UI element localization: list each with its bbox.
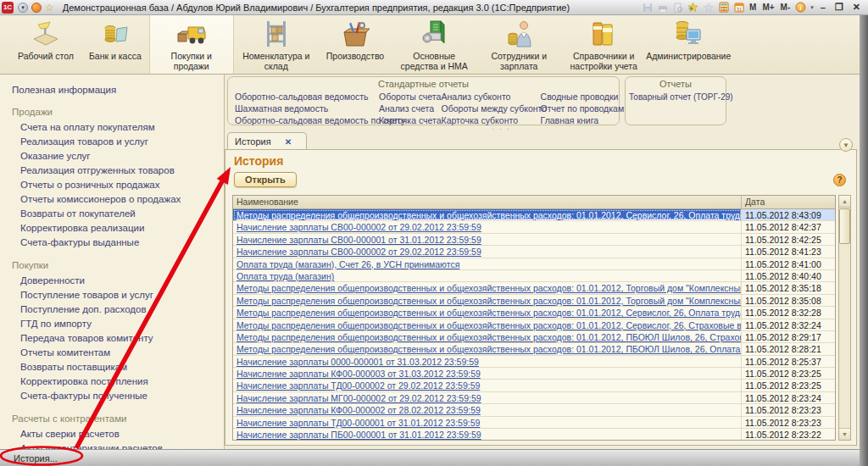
history-item-link[interactable]: Оплата труда (магазин)	[233, 270, 742, 281]
table-row[interactable]: Методы распределения общепроизводственны…	[233, 343, 835, 355]
table-row[interactable]: Начисление зарплаты СВ00-000002 от 29.02…	[233, 246, 835, 258]
history-item-link[interactable]: Оплата труда (магазин), Счет 26, в УСН п…	[233, 258, 742, 269]
statusbar-history-link[interactable]: История...	[14, 453, 58, 463]
print-icon[interactable]	[657, 2, 668, 13]
open-button[interactable]: Открыть	[234, 172, 297, 187]
sidebar-item[interactable]: Передача товаров комитенту	[20, 331, 219, 346]
sidebar-item[interactable]: Возвраты от покупателей	[20, 207, 219, 221]
table-row[interactable]: Методы распределения общепроизводственны…	[233, 209, 835, 221]
tab-close-icon[interactable]: ✕	[285, 137, 292, 147]
service-button[interactable]	[31, 3, 42, 13]
memory-m-button[interactable]: M	[748, 3, 757, 12]
report-link[interactable]: Карточка счета	[379, 114, 442, 126]
history-item-link[interactable]: Начисление зарплаты КФ00-000003 от 31.03…	[233, 368, 742, 379]
sidebar-item[interactable]: Акты инвентаризации расчетов	[20, 441, 219, 449]
sidebar-item[interactable]: Корректировка поступления	[20, 374, 219, 389]
section-tab-5[interactable]: Производство	[319, 15, 392, 74]
table-row[interactable]: Методы распределения общепроизводственны…	[233, 331, 835, 343]
table-row[interactable]: Начисление зарплаты 0000-000001 от 31.03…	[233, 356, 835, 368]
table-row[interactable]: Начисление зарплаты ТД00-000002 от 29.02…	[233, 380, 835, 391]
sidebar-item[interactable]: Оказание услуг	[20, 149, 219, 164]
scrollbar-thumb[interactable]	[839, 208, 850, 244]
sidebar-item[interactable]: Отчеты комитентам	[20, 346, 219, 360]
main-menu-button[interactable]: ▾	[18, 3, 28, 13]
sidebar-item[interactable]: Счета-фактуры выданные	[20, 236, 219, 250]
history-item-link[interactable]: Методы распределения общепроизводственны…	[233, 343, 742, 354]
history-item-link[interactable]: Методы распределения общепроизводственны…	[233, 295, 742, 306]
sidebar-item[interactable]: Отчеты о розничных продажах	[20, 178, 219, 192]
calendar-icon[interactable]: 31	[733, 2, 744, 13]
history-item-link[interactable]: Методы распределения общепроизводственны…	[233, 307, 742, 318]
history-item-link[interactable]: Методы распределения общепроизводственны…	[233, 209, 742, 220]
sidebar-item[interactable]: Корректировка реализации	[20, 221, 219, 236]
sidebar-item[interactable]: Возвраты поставщикам	[20, 360, 219, 374]
table-row[interactable]: Оплата труда (магазин)11.05.2012 8:40:40	[233, 270, 835, 282]
report-link[interactable]: Анализ счета	[379, 103, 442, 114]
table-row[interactable]: Начисление зарплаты КФ00-000002 от 28.02…	[233, 404, 835, 416]
table-row[interactable]: Начисление зарплаты СВ00-000001 от 31.01…	[233, 234, 835, 246]
memory-m-plus-button[interactable]: M+	[761, 3, 775, 12]
sidebar-item[interactable]: Поступление товаров и услуг	[20, 288, 219, 302]
table-row[interactable]: Начисление зарплаты КФ00-000003 от 31.03…	[233, 368, 835, 380]
sidebar-item[interactable]: Реализация товаров и услуг	[20, 135, 219, 149]
tab-list-chevron-icon[interactable]: ▼	[839, 138, 853, 152]
section-tab-9[interactable]: Администрирование	[646, 15, 731, 74]
table-row[interactable]: Оплата труда (магазин), Счет 26, в УСН п…	[233, 258, 835, 270]
history-item-link[interactable]: Методы распределения общепроизводственны…	[233, 331, 742, 342]
sidebar-item[interactable]: ГТД по импорту	[20, 317, 219, 331]
sidebar-item-useful-info[interactable]: Полезная информация	[12, 85, 219, 95]
table-row[interactable]: Методы распределения общепроизводственны…	[233, 307, 835, 319]
table-row[interactable]: Начисление зарплаты МГ00-000002 от 29.02…	[233, 392, 835, 404]
section-tab-8[interactable]: Справочники и настройки учета	[561, 15, 646, 74]
info-dropdown-caret-icon[interactable]: ▾	[810, 4, 814, 11]
table-row[interactable]: Методы распределения общепроизводственны…	[233, 282, 835, 294]
tab-history[interactable]: История ✕	[227, 132, 307, 150]
report-link[interactable]: Товарный отчет (ТОРГ-29)	[629, 92, 722, 103]
restore-button[interactable]: ❐	[832, 2, 846, 13]
info-icon[interactable]: i	[795, 2, 806, 13]
history-item-link[interactable]: Начисление зарплаты ПБ00-000001 от 31.01…	[233, 429, 742, 440]
section-tab-1[interactable]: Рабочий стол	[10, 15, 81, 74]
favorites-star-icon[interactable]: ☆	[45, 2, 54, 14]
report-link[interactable]: Отчет по проводкам	[541, 103, 615, 114]
table-row[interactable]: Начисление зарплаты ПБ00-000001 от 31.01…	[233, 429, 835, 441]
column-header-date[interactable]: Дата	[742, 196, 835, 208]
section-tab-6[interactable]: Основные средства и НМА	[392, 15, 476, 74]
report-link[interactable]: Оборотно-сальдовая ведомость по счету	[235, 114, 379, 126]
table-row[interactable]: Методы распределения общепроизводственны…	[233, 319, 835, 331]
sidebar-item[interactable]: Отчеты комиссионеров о продажах	[20, 192, 219, 207]
sidebar-item[interactable]: Поступление доп. расходов	[20, 302, 219, 317]
history-item-link[interactable]: Начисление зарплаты ТД00-000002 от 29.02…	[233, 380, 742, 391]
sidebar-item[interactable]: Акты сверки расчетов	[20, 427, 219, 441]
history-item-link[interactable]: Начисление зарплаты СВ00-000002 от 29.02…	[233, 221, 742, 232]
show-favorites-icon[interactable]	[703, 2, 714, 13]
calculator-icon[interactable]	[718, 2, 729, 13]
scroll-down-icon[interactable]: ▼	[839, 428, 850, 440]
history-item-link[interactable]: Начисление зарплаты КФ00-000002 от 28.02…	[233, 404, 742, 415]
report-link[interactable]: Главная книга	[541, 114, 615, 126]
preview-icon[interactable]	[672, 2, 683, 13]
history-item-link[interactable]: Начисление зарплаты ТД00-000001 от 31.01…	[233, 417, 742, 428]
close-button[interactable]: ✕	[850, 2, 863, 13]
sidebar-item[interactable]: Доверенности	[20, 274, 219, 288]
table-row[interactable]: Начисление зарплаты СВ00-000002 от 29.02…	[233, 221, 835, 233]
sidebar-item[interactable]: Реализация отгруженных товаров	[20, 164, 219, 178]
memory-m-minus-button[interactable]: M-	[780, 3, 792, 12]
table-row[interactable]: Начисление зарплаты ТД00-000001 от 31.01…	[233, 417, 835, 429]
report-link[interactable]: Шахматная ведомость	[235, 103, 379, 114]
add-favorite-icon[interactable]	[687, 2, 698, 13]
minimize-button[interactable]: –	[818, 3, 828, 13]
report-link[interactable]: Обороты счета	[379, 91, 442, 103]
section-tab-2[interactable]: Банк и касса	[81, 15, 149, 74]
section-tab-7[interactable]: Сотрудники и зарплата	[476, 15, 561, 74]
save-icon[interactable]	[642, 2, 653, 13]
report-link[interactable]: Анализ субконто	[442, 91, 541, 103]
history-item-link[interactable]: Начисление зарплаты МГ00-000002 от 29.02…	[233, 392, 742, 403]
sidebar-item[interactable]: Счета на оплату покупателям	[20, 120, 219, 135]
history-item-link[interactable]: Начисление зарплаты 0000-000001 от 31.03…	[233, 356, 742, 367]
vertical-scrollbar[interactable]: ▲ ▼	[838, 195, 851, 441]
history-item-link[interactable]: Начисление зарплаты СВ00-000001 от 31.01…	[233, 234, 742, 245]
report-link[interactable]: Оборотно-сальдовая ведомость	[235, 91, 379, 103]
help-icon[interactable]: ?	[833, 174, 846, 186]
history-item-link[interactable]: Методы распределения общепроизводственны…	[233, 319, 742, 330]
